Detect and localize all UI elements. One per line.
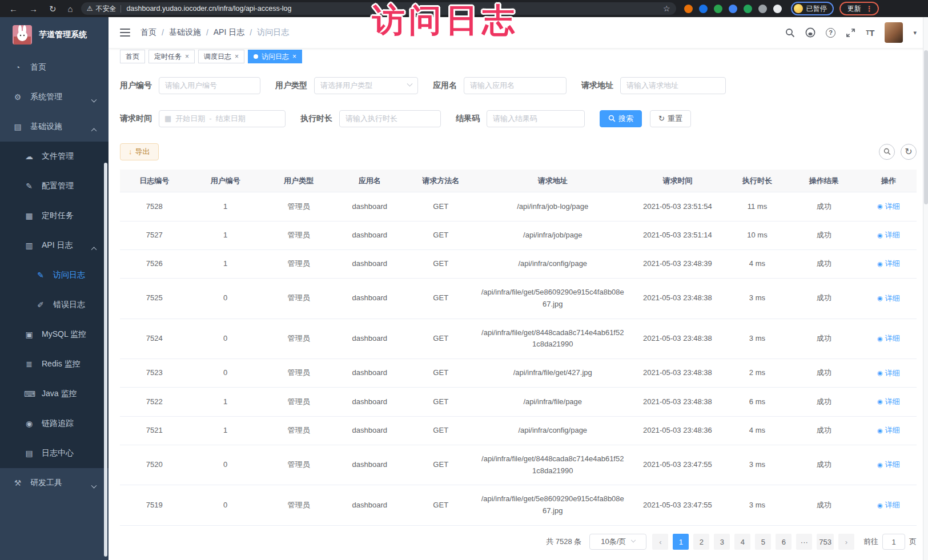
search-icon[interactable] bbox=[785, 28, 795, 38]
back-icon[interactable]: ← bbox=[9, 5, 18, 13]
table-row: 75200管理员dashboardGET/api/infra/file/get/… bbox=[120, 445, 917, 485]
prev-page-button[interactable]: ‹ bbox=[652, 534, 668, 550]
tab-定时任务[interactable]: 定时任务× bbox=[148, 50, 195, 63]
page-scrollbar[interactable] bbox=[923, 17, 928, 560]
scrollbar-thumb[interactable] bbox=[924, 50, 928, 204]
export-button[interactable]: ↓ 导出 bbox=[120, 143, 159, 160]
font-size-icon[interactable]: TT bbox=[866, 28, 874, 38]
sidebar-item-log-center[interactable]: ▤日志中心 bbox=[0, 438, 109, 468]
sidebar-item-mysql[interactable]: ▣MySQL 监控 bbox=[0, 320, 109, 349]
detail-link[interactable]: ◉详细 bbox=[877, 459, 900, 471]
sidebar-item-trace[interactable]: ◉链路追踪 bbox=[0, 409, 109, 438]
reset-button[interactable]: ↻ 重置 bbox=[650, 110, 691, 127]
detail-link[interactable]: ◉详细 bbox=[877, 425, 900, 437]
user-id-input[interactable] bbox=[159, 77, 260, 94]
page-size-value: 10条/页 bbox=[601, 537, 626, 547]
cell-duration: 4 ms bbox=[727, 249, 788, 278]
cell-time: 2021-05-03 23:48:36 bbox=[628, 416, 727, 445]
hamburger-icon[interactable] bbox=[120, 29, 130, 37]
goto-page-input[interactable] bbox=[882, 534, 905, 550]
fullscreen-icon[interactable] bbox=[846, 28, 855, 38]
search-button[interactable]: 搜索 bbox=[600, 110, 642, 127]
result-code-input[interactable] bbox=[487, 110, 585, 127]
table-row: 75271管理员dashboardGET/api/infra/job/page2… bbox=[120, 221, 917, 249]
detail-link-label: 详细 bbox=[885, 293, 900, 305]
detail-link[interactable]: ◉详细 bbox=[877, 258, 900, 270]
url-text[interactable]: dashboard.yudao.iocoder.cn/infra/log/api… bbox=[126, 5, 658, 13]
detail-link[interactable]: ◉详细 bbox=[877, 396, 900, 408]
filter-label: 用户编号 bbox=[120, 80, 152, 91]
detail-link[interactable]: ◉详细 bbox=[877, 293, 900, 305]
user-type-select[interactable]: 请选择用户类型 bbox=[314, 77, 418, 94]
user-avatar[interactable] bbox=[885, 22, 903, 43]
orange-ring-extension-icon[interactable] bbox=[684, 5, 693, 13]
sidebar-item-api-log[interactable]: ▥API 日志 bbox=[0, 231, 109, 260]
white-puzzle-extension-icon[interactable] bbox=[773, 5, 782, 13]
page-button-3[interactable]: 3 bbox=[714, 534, 730, 550]
chevron-down-icon[interactable]: ▾ bbox=[913, 29, 917, 37]
chevron-down-icon bbox=[631, 538, 636, 542]
page-button-4[interactable]: 4 bbox=[734, 534, 750, 550]
tab-close-icon[interactable]: × bbox=[185, 53, 189, 61]
tab-首页[interactable]: 首页 bbox=[120, 50, 145, 63]
reload-icon[interactable]: ↻ bbox=[49, 5, 57, 13]
bookmark-star-icon[interactable]: ☆ bbox=[663, 4, 670, 13]
refresh-table-button[interactable]: ↻ bbox=[901, 144, 917, 160]
page-button-753[interactable]: 753 bbox=[817, 534, 834, 550]
cell-log_id: 7526 bbox=[120, 249, 189, 278]
request-url-input[interactable] bbox=[620, 77, 726, 94]
sidebar-item-file[interactable]: ☁文件管理 bbox=[0, 142, 109, 171]
next-page-button[interactable]: › bbox=[838, 534, 854, 550]
kebab-menu-icon[interactable]: ⋮ bbox=[866, 5, 873, 13]
page-ellipsis: ··· bbox=[796, 534, 812, 550]
green-circle-extension-icon[interactable] bbox=[714, 5, 722, 13]
tab-访问日志[interactable]: 访问日志× bbox=[248, 50, 302, 63]
tab-close-icon[interactable]: × bbox=[235, 53, 239, 61]
blue-shield-extension-icon[interactable] bbox=[699, 5, 708, 13]
detail-link[interactable]: ◉详细 bbox=[877, 201, 900, 213]
page-size-select[interactable]: 10条/页 bbox=[589, 534, 646, 550]
detail-link[interactable]: ◉详细 bbox=[877, 333, 900, 345]
tab-调度日志[interactable]: 调度日志× bbox=[198, 50, 244, 63]
tab-close-icon[interactable]: × bbox=[292, 53, 296, 61]
blue-puzzle-extension-icon[interactable] bbox=[729, 5, 737, 13]
sidebar-item-java[interactable]: ⌨Java 监控 bbox=[0, 379, 109, 409]
forward-icon[interactable]: → bbox=[29, 5, 38, 13]
app-name-input[interactable] bbox=[464, 77, 567, 94]
sidebar-item-error-log[interactable]: ✐错误日志 bbox=[0, 290, 109, 320]
breadcrumb-item[interactable]: 基础设施 bbox=[169, 27, 201, 38]
sidebar-item-job[interactable]: ▦定时任务 bbox=[0, 201, 109, 231]
sidebar-item-config[interactable]: ✎配置管理 bbox=[0, 171, 109, 201]
page-button-5[interactable]: 5 bbox=[755, 534, 771, 550]
paused-badge[interactable]: 已暂停 bbox=[791, 2, 834, 15]
gray-tool-extension-icon[interactable] bbox=[758, 5, 767, 13]
breadcrumb-item[interactable]: API 日志 bbox=[214, 27, 244, 38]
home-icon[interactable]: ⌂ bbox=[68, 5, 73, 13]
sidebar-scrollbar[interactable] bbox=[104, 163, 107, 557]
detail-link[interactable]: ◉详细 bbox=[877, 499, 900, 511]
github-icon[interactable] bbox=[805, 27, 815, 38]
detail-link[interactable]: ◉详细 bbox=[877, 368, 900, 380]
help-icon[interactable]: ? bbox=[826, 28, 835, 38]
duration-input[interactable] bbox=[339, 110, 441, 127]
sidebar-item-access-log[interactable]: ✎访问日志 bbox=[0, 260, 109, 290]
page-button-2[interactable]: 2 bbox=[693, 534, 709, 550]
app-title: 芋道管理系统 bbox=[39, 30, 87, 40]
sidebar-item-redis[interactable]: ≣Redis 监控 bbox=[0, 349, 109, 379]
sidebar-item-home[interactable]: ◔首页 bbox=[0, 53, 109, 82]
green-badge-extension-icon[interactable] bbox=[744, 5, 752, 13]
app-logo: 芋道管理系统 bbox=[0, 17, 109, 53]
page-button-1[interactable]: 1 bbox=[673, 534, 689, 550]
toggle-search-button[interactable] bbox=[879, 144, 895, 160]
sidebar-item-devtools[interactable]: ⚒研发工具 bbox=[0, 468, 109, 498]
detail-link[interactable]: ◉详细 bbox=[877, 229, 900, 241]
date-range-picker[interactable]: ▦ 开始日期 - 结束日期 bbox=[159, 110, 286, 127]
page-button-6[interactable]: 6 bbox=[776, 534, 792, 550]
sidebar-item-system[interactable]: ⚙系统管理 bbox=[0, 82, 109, 112]
table-row: 75221管理员dashboardGET/api/infra/file/page… bbox=[120, 388, 917, 416]
url-bar[interactable]: ⚠ 不安全 dashboard.yudao.iocoder.cn/infra/l… bbox=[81, 2, 676, 15]
sidebar-item-infra[interactable]: ▤基础设施 bbox=[0, 112, 109, 142]
breadcrumb-item[interactable]: 首页 bbox=[140, 27, 156, 38]
update-button[interactable]: 更新 ⋮ bbox=[839, 2, 879, 15]
security-label[interactable]: 不安全 bbox=[95, 4, 116, 14]
